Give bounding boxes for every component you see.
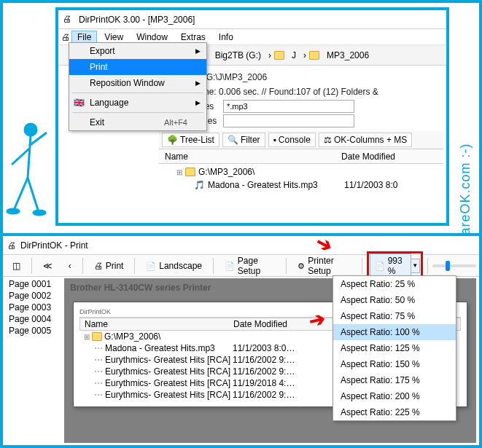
zoom-dropdown-button[interactable]: ▼ bbox=[411, 259, 420, 273]
breadcrumb-folder[interactable]: MP3_2006 bbox=[322, 49, 373, 62]
prev-all-button[interactable]: ≪ bbox=[36, 258, 59, 274]
menu-separator bbox=[72, 93, 203, 93]
tree-icon: 🌳 bbox=[167, 135, 178, 145]
svg-point-7 bbox=[34, 211, 45, 215]
breadcrumb-j[interactable]: J bbox=[287, 49, 300, 62]
tab-okcolumns[interactable]: ⚖OK-Columns + MS bbox=[319, 133, 412, 147]
folder-icon bbox=[309, 51, 319, 60]
gavel-icon: ⚖ bbox=[324, 135, 332, 145]
file-row-root[interactable]: G:\MP3_2006\ bbox=[162, 165, 440, 178]
window-title: DirPrintOK 3.00 - [MP3_2006] bbox=[79, 15, 195, 25]
panel-toggle-button[interactable]: ◫ bbox=[6, 258, 27, 274]
menu-info[interactable]: Info bbox=[213, 31, 239, 44]
col-name[interactable]: Name bbox=[159, 152, 341, 162]
file-list[interactable]: G:\MP3_2006\ 🎵Madona - Greatest Hits.mp3… bbox=[159, 164, 443, 193]
page-item[interactable]: Page 0004 bbox=[6, 313, 61, 325]
svg-point-0 bbox=[25, 124, 36, 135]
menu-print[interactable]: Print bbox=[69, 59, 206, 75]
app-icon-small bbox=[61, 32, 70, 42]
zoom-slider[interactable] bbox=[432, 264, 476, 267]
aspect-item[interactable]: Aspect Ratio: 100 % bbox=[333, 324, 456, 340]
menu-export[interactable]: Export▶ bbox=[69, 43, 206, 59]
folder-path: G:\J\MP3_2006 bbox=[206, 72, 267, 82]
file-icon: 🎵 bbox=[194, 180, 205, 190]
slider-thumb[interactable] bbox=[446, 261, 450, 271]
flag-icon: 🇬🇧 bbox=[74, 98, 85, 108]
gear-icon bbox=[298, 261, 305, 271]
app-icon bbox=[7, 240, 16, 251]
shortcut-label: Alt+F4 bbox=[164, 118, 187, 127]
collapse-icon[interactable] bbox=[176, 167, 182, 177]
submenu-arrow-icon: ▶ bbox=[195, 79, 201, 87]
aspect-item[interactable]: Aspect Ratio: 25 % bbox=[333, 276, 456, 292]
svg-line-1 bbox=[28, 135, 31, 178]
svg-line-3 bbox=[28, 178, 38, 210]
folder-icon bbox=[274, 51, 284, 60]
aspect-ratio-dropdown: Aspect Ratio: 25 %Aspect Ratio: 50 %Aspe… bbox=[333, 275, 456, 421]
tab-console[interactable]: ▪Console bbox=[268, 133, 316, 147]
page-item[interactable]: Page 0003 bbox=[6, 302, 61, 313]
menu-exit[interactable]: ExitAlt+F4 bbox=[69, 114, 206, 130]
prev-button[interactable]: ‹ bbox=[62, 258, 78, 274]
decorative-stickman bbox=[3, 119, 53, 221]
tab-treelist[interactable]: 🌳Tree-List bbox=[162, 133, 219, 147]
file-row[interactable]: 🎵Madona - Greatest Hits.mp311/1/2003 8:0 bbox=[162, 178, 440, 192]
zoom-button[interactable]: 993 % bbox=[370, 254, 411, 278]
exclude-input[interactable] bbox=[223, 114, 354, 127]
print-toolbar: ◫ ≪ ‹ Print Landscape Page Setup Printer… bbox=[3, 255, 479, 277]
aspect-item[interactable]: Aspect Ratio: 50 % bbox=[333, 292, 456, 308]
printer-icon bbox=[94, 261, 103, 271]
tabset: 🌳Tree-List 🔍Filter ▪Console ⚖OK-Columns … bbox=[159, 131, 443, 149]
aspect-item[interactable]: Aspect Ratio: 225 % bbox=[333, 404, 456, 420]
submenu-arrow-icon: ▶ bbox=[195, 47, 201, 55]
col-date[interactable]: Date Modified bbox=[341, 152, 429, 162]
include-input[interactable] bbox=[223, 100, 354, 113]
col-date: Date Modified bbox=[233, 319, 314, 329]
aspect-item[interactable]: Aspect Ratio: 150 % bbox=[333, 356, 456, 372]
menu-language[interactable]: 🇬🇧Language▶ bbox=[69, 95, 206, 111]
landscape-icon bbox=[146, 261, 156, 271]
landscape-button[interactable]: Landscape bbox=[139, 258, 209, 274]
svg-line-2 bbox=[15, 178, 28, 208]
menu-view[interactable]: View bbox=[98, 31, 129, 44]
tab-filter[interactable]: 🔍Filter bbox=[222, 133, 265, 147]
page-item[interactable]: Page 0001 bbox=[6, 278, 61, 290]
aspect-item[interactable]: Aspect Ratio: 200 % bbox=[333, 388, 456, 404]
aspect-item[interactable]: Aspect Ratio: 125 % bbox=[333, 340, 456, 356]
menu-separator bbox=[72, 112, 203, 113]
menu-file[interactable]: File bbox=[71, 31, 97, 44]
console-icon: ▪ bbox=[273, 135, 276, 145]
print-window-title: DirPrintOK - Print bbox=[20, 240, 88, 251]
page-icon bbox=[225, 261, 235, 271]
titlebar[interactable]: DirPrintOK 3.00 - [MP3_2006] bbox=[58, 10, 446, 29]
file-header[interactable]: Name Date Modified bbox=[159, 149, 443, 164]
aspect-item[interactable]: Aspect Ratio: 175 % bbox=[333, 372, 456, 388]
aspect-item[interactable]: Aspect Ratio: 75 % bbox=[333, 308, 456, 324]
page-item[interactable]: Page 0005 bbox=[6, 325, 61, 337]
print-button[interactable]: Print bbox=[88, 258, 131, 274]
col-name: Name bbox=[80, 319, 233, 329]
pagesetup-button[interactable]: Page Setup bbox=[218, 253, 282, 279]
menu-reposition[interactable]: Reposition Window▶ bbox=[69, 75, 206, 91]
svg-point-6 bbox=[7, 209, 19, 213]
breadcrumb-drive[interactable]: Big2TB (G:) bbox=[211, 49, 265, 62]
filter-icon: 🔍 bbox=[228, 135, 238, 145]
page-list[interactable]: Page 0001Page 0002Page 0003Page 0004Page… bbox=[6, 278, 61, 337]
app-icon bbox=[63, 14, 74, 25]
submenu-arrow-icon: ▶ bbox=[195, 99, 201, 106]
menu-extras[interactable]: Extras bbox=[175, 31, 211, 44]
page-item[interactable]: Page 0002 bbox=[6, 290, 61, 302]
folder-icon bbox=[185, 168, 195, 176]
menu-window[interactable]: Window bbox=[131, 31, 174, 44]
zoom-icon bbox=[375, 261, 385, 271]
file-menu-dropdown: Export▶ Print Reposition Window▶ 🇬🇧Langu… bbox=[69, 42, 207, 131]
svg-line-5 bbox=[12, 149, 29, 165]
